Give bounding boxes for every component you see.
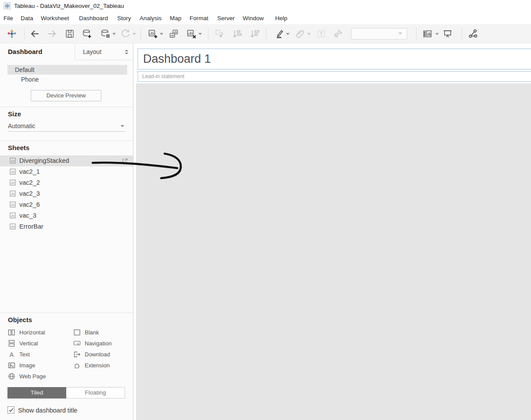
show-hide-cards-caret-icon[interactable] xyxy=(435,33,439,35)
sheet-item-vac2_3[interactable]: vac2_3 xyxy=(0,188,133,199)
menu-item-help[interactable]: Help xyxy=(275,12,287,24)
panel-canvas-divider[interactable] xyxy=(133,43,133,420)
highlight-icon[interactable] xyxy=(275,29,285,39)
floating-button[interactable]: Floating xyxy=(66,387,125,398)
sheet-item-label: vac2_1 xyxy=(19,166,40,177)
menu-item-analysis[interactable]: Analysis xyxy=(140,12,161,24)
run-auto-updates-caret-icon xyxy=(133,33,136,35)
fit-selector-caret-icon[interactable] xyxy=(398,32,402,35)
clear-sheet-icon[interactable] xyxy=(186,29,197,39)
new-worksheet-caret-icon[interactable] xyxy=(160,33,163,35)
sheet-item-vac_3[interactable]: vac_3 xyxy=(0,210,133,221)
toolbar-separator xyxy=(208,28,208,40)
tab-dashboard[interactable]: Dashboard xyxy=(8,43,42,60)
group-members-caret-icon xyxy=(307,33,311,35)
sheet-item-vac2_6[interactable]: vac2_6 xyxy=(0,199,133,210)
worksheet-icon xyxy=(10,201,16,208)
object-vertical[interactable]: Vertical xyxy=(8,338,69,349)
menu-item-data[interactable]: Data xyxy=(21,12,33,24)
device-option-phone-label: Phone xyxy=(7,76,39,83)
panel-divider-line xyxy=(0,107,133,107)
dashboard-canvas[interactable] xyxy=(136,83,531,420)
go-to-sheet-icon[interactable] xyxy=(122,158,128,164)
menu-item-story[interactable]: Story xyxy=(117,12,131,24)
object-download[interactable]: Download xyxy=(73,349,130,360)
clear-sheet-caret-icon[interactable] xyxy=(198,33,202,35)
show-hide-cards-icon[interactable] xyxy=(422,29,433,39)
object-extension[interactable]: Extension xyxy=(73,360,130,371)
object-blank[interactable]: Blank xyxy=(73,327,130,338)
object-text[interactable]: A Text xyxy=(8,349,69,360)
share-icon[interactable] xyxy=(468,29,478,39)
pause-auto-updates-caret-icon[interactable] xyxy=(112,33,116,35)
menu-item-file[interactable]: File xyxy=(4,12,13,24)
sheet-item-label: vac2_6 xyxy=(19,199,40,210)
object-navigation[interactable]: Navigation xyxy=(73,338,130,349)
pause-auto-updates-icon[interactable] xyxy=(100,29,111,39)
redo-icon[interactable] xyxy=(47,29,57,39)
object-label: Navigation xyxy=(85,338,111,349)
worksheet-icon xyxy=(10,223,16,230)
panel-divider-line xyxy=(0,312,133,313)
device-option-default[interactable]: Default xyxy=(7,65,127,75)
save-icon[interactable] xyxy=(65,29,75,39)
menu-item-format[interactable]: Format xyxy=(190,12,208,24)
svg-text:T: T xyxy=(320,32,323,36)
menu-item-dashboard[interactable]: Dashboard xyxy=(79,12,108,24)
object-label: Blank xyxy=(85,327,99,338)
toolbar-separator xyxy=(140,28,141,40)
device-option-phone[interactable]: Phone xyxy=(7,75,127,84)
menubar: File Data Worksheet Dashboard Story Anal… xyxy=(0,12,531,24)
web-page-icon xyxy=(8,373,15,380)
lead-in-container[interactable]: Lead-in statement xyxy=(137,71,531,82)
checkbox[interactable] xyxy=(7,406,14,413)
undo-icon[interactable] xyxy=(30,29,40,39)
dashboard-title-container[interactable]: Dashboard 1 xyxy=(137,48,531,70)
menu-item-worksheet[interactable]: Worksheet xyxy=(41,12,69,24)
sheet-item-errorbar[interactable]: ErrorBar xyxy=(0,221,133,232)
sheet-item-label: ErrorBar xyxy=(19,221,43,232)
menu-item-map[interactable]: Map xyxy=(170,12,181,24)
sheet-item-divergingstacked[interactable]: DivergingStacked xyxy=(0,155,133,166)
size-heading: Size xyxy=(8,110,21,118)
object-label: Horizontal xyxy=(19,327,45,338)
object-label: Download xyxy=(85,349,110,360)
size-select[interactable]: Automatic xyxy=(8,121,125,132)
object-label: Extension xyxy=(85,360,110,371)
sort-ascending-icon xyxy=(232,29,242,39)
tiled-button[interactable]: Tiled xyxy=(7,387,66,398)
group-members-icon xyxy=(295,29,305,39)
object-web-page[interactable]: Web Page xyxy=(8,371,69,382)
toolbar: T xyxy=(0,24,531,43)
object-label: Image xyxy=(19,360,35,371)
highlight-caret-icon[interactable] xyxy=(286,33,290,35)
presentation-mode-icon[interactable] xyxy=(442,29,453,39)
size-select-value: Automatic xyxy=(8,122,35,129)
toolbar-separator xyxy=(24,28,25,40)
new-worksheet-icon[interactable] xyxy=(147,29,158,39)
new-data-source-icon[interactable] xyxy=(82,29,92,39)
tableau-app-icon xyxy=(4,2,11,10)
panel-divider-line xyxy=(0,140,133,141)
worksheet-icon xyxy=(10,158,16,164)
sheet-item-label: vac2_2 xyxy=(19,177,40,188)
updown-arrows-icon xyxy=(125,50,129,54)
sheet-item-label: DivergingStacked xyxy=(19,155,69,166)
duplicate-sheet-icon[interactable] xyxy=(169,29,179,39)
extension-object-icon xyxy=(73,362,81,369)
tab-layout-label: Layout xyxy=(83,43,101,60)
object-image[interactable]: Image xyxy=(8,360,69,371)
worksheet-icon xyxy=(10,169,16,175)
objects-heading: Objects xyxy=(8,316,32,323)
blank-object-icon xyxy=(73,329,81,336)
tableau-logo-icon[interactable] xyxy=(6,29,17,39)
tab-layout[interactable]: Layout xyxy=(75,43,133,60)
run-auto-updates-icon xyxy=(120,29,131,39)
object-horizontal[interactable]: Horizontal xyxy=(8,327,69,338)
sheet-item-vac2_1[interactable]: vac2_1 xyxy=(0,166,133,177)
menu-item-window[interactable]: Window xyxy=(243,12,264,24)
swap-rows-columns-icon xyxy=(214,29,225,39)
menu-item-server[interactable]: Server xyxy=(217,12,235,24)
device-preview-button[interactable]: Device Preview xyxy=(31,90,101,101)
sheet-item-vac2_2[interactable]: vac2_2 xyxy=(0,177,133,188)
